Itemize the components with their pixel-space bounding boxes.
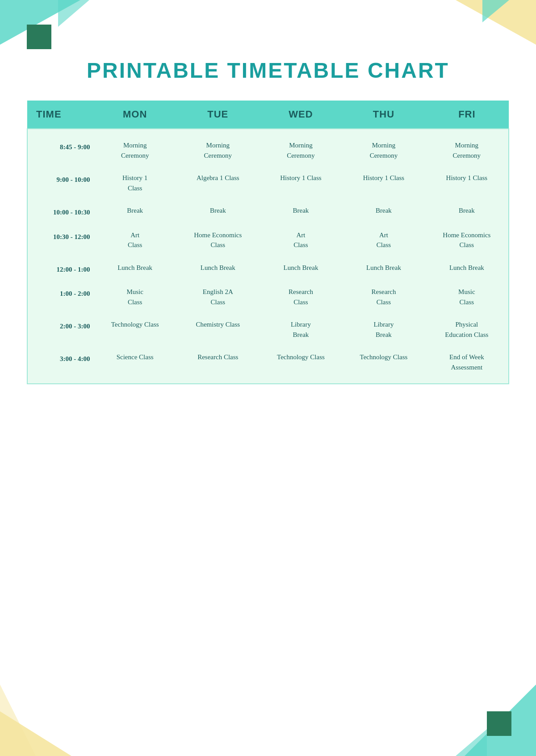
col-header-mon: MON bbox=[93, 101, 176, 129]
cell-3-thu: ArtClass bbox=[342, 227, 425, 253]
cell-6-mon: Technology Class bbox=[93, 317, 176, 342]
cell-0-wed: MorningCeremony bbox=[260, 138, 343, 163]
cell-3-wed: ArtClass bbox=[260, 227, 343, 253]
cell-2-tue: Break bbox=[176, 203, 260, 220]
cell-7-time: 3:00 - 4:00 bbox=[27, 349, 93, 375]
col-header-tue: TUE bbox=[176, 101, 260, 129]
cell-2-time: 10:00 - 10:30 bbox=[27, 203, 93, 220]
cell-4-fri: Lunch Break bbox=[425, 260, 509, 277]
cell-4-wed: Lunch Break bbox=[260, 260, 343, 277]
cell-7-wed: Technology Class bbox=[260, 349, 343, 375]
col-header-time: TIME bbox=[27, 101, 93, 129]
table-row: 10:30 - 12:00ArtClassHome EconomicsClass… bbox=[27, 227, 509, 253]
cell-4-tue: Lunch Break bbox=[176, 260, 260, 277]
page-title: PRINTABLE TIMETABLE CHART bbox=[27, 58, 509, 83]
svg-marker-2 bbox=[58, 0, 89, 27]
col-header-thu: THU bbox=[342, 101, 425, 129]
corner-decoration-br bbox=[438, 685, 536, 756]
table-row: 1:00 - 2:00MusicClassEnglish 2AClassRese… bbox=[27, 284, 509, 310]
cell-6-wed: LibraryBreak bbox=[260, 317, 343, 342]
cell-1-thu: History 1 Class bbox=[342, 170, 425, 196]
cell-5-mon: MusicClass bbox=[93, 284, 176, 310]
cell-6-fri: PhysicalEducation Class bbox=[425, 317, 509, 342]
cell-0-thu: MorningCeremony bbox=[342, 138, 425, 163]
cell-1-wed: History 1 Class bbox=[260, 170, 343, 196]
cell-5-tue: English 2AClass bbox=[176, 284, 260, 310]
svg-marker-9 bbox=[456, 729, 487, 756]
cell-7-thu: Technology Class bbox=[342, 349, 425, 375]
cell-5-wed: ResearchClass bbox=[260, 284, 343, 310]
cell-7-fri: End of WeekAssessment bbox=[425, 349, 509, 375]
cell-2-fri: Break bbox=[425, 203, 509, 220]
col-header-fri: FRI bbox=[425, 101, 509, 129]
table-header-row: TIME MON TUE WED THU FRI bbox=[27, 101, 509, 129]
cell-3-time: 10:30 - 12:00 bbox=[27, 227, 93, 253]
cell-0-mon: MorningCeremony bbox=[93, 138, 176, 163]
cell-2-mon: Break bbox=[93, 203, 176, 220]
timetable: TIME MON TUE WED THU FRI 8:45 - 9:00Morn… bbox=[27, 101, 509, 384]
cell-7-tue: Research Class bbox=[176, 349, 260, 375]
cell-3-mon: ArtClass bbox=[93, 227, 176, 253]
cell-1-tue: Algebra 1 Class bbox=[176, 170, 260, 196]
table-row: 3:00 - 4:00Science ClassResearch ClassTe… bbox=[27, 349, 509, 375]
table-row: 2:00 - 3:00Technology ClassChemistry Cla… bbox=[27, 317, 509, 342]
corner-decoration-tl bbox=[0, 0, 98, 54]
col-header-wed: WED bbox=[260, 101, 343, 129]
cell-0-tue: MorningCeremony bbox=[176, 138, 260, 163]
cell-0-time: 8:45 - 9:00 bbox=[27, 138, 93, 163]
main-content: PRINTABLE TIMETABLE CHART TIME MON TUE W… bbox=[0, 0, 536, 411]
cell-1-fri: History 1 Class bbox=[425, 170, 509, 196]
svg-marker-6 bbox=[0, 685, 36, 756]
cell-4-time: 12:00 - 1:00 bbox=[27, 260, 93, 277]
table-row: 9:00 - 10:00History 1ClassAlgebra 1 Clas… bbox=[27, 170, 509, 196]
cell-7-mon: Science Class bbox=[93, 349, 176, 375]
cell-1-mon: History 1Class bbox=[93, 170, 176, 196]
cell-2-wed: Break bbox=[260, 203, 343, 220]
cell-0-fri: MorningCeremony bbox=[425, 138, 509, 163]
cell-5-time: 1:00 - 2:00 bbox=[27, 284, 93, 310]
cell-3-fri: Home EconomicsClass bbox=[425, 227, 509, 253]
cell-2-thu: Break bbox=[342, 203, 425, 220]
cell-6-tue: Chemistry Class bbox=[176, 317, 260, 342]
svg-rect-8 bbox=[487, 711, 511, 736]
table-row: 12:00 - 1:00Lunch BreakLunch BreakLunch … bbox=[27, 260, 509, 277]
cell-6-thu: LibraryBreak bbox=[342, 317, 425, 342]
svg-rect-1 bbox=[27, 25, 51, 49]
cell-5-thu: ResearchClass bbox=[342, 284, 425, 310]
table-row: 10:00 - 10:30BreakBreakBreakBreakBreak bbox=[27, 203, 509, 220]
corner-decoration-bl bbox=[0, 685, 98, 756]
cell-3-tue: Home EconomicsClass bbox=[176, 227, 260, 253]
table-row: 8:45 - 9:00MorningCeremonyMorningCeremon… bbox=[27, 138, 509, 163]
cell-4-thu: Lunch Break bbox=[342, 260, 425, 277]
cell-4-mon: Lunch Break bbox=[93, 260, 176, 277]
cell-1-time: 9:00 - 10:00 bbox=[27, 170, 93, 196]
corner-decoration-tr bbox=[438, 0, 536, 54]
cell-6-time: 2:00 - 3:00 bbox=[27, 317, 93, 342]
cell-5-fri: MusicClass bbox=[425, 284, 509, 310]
